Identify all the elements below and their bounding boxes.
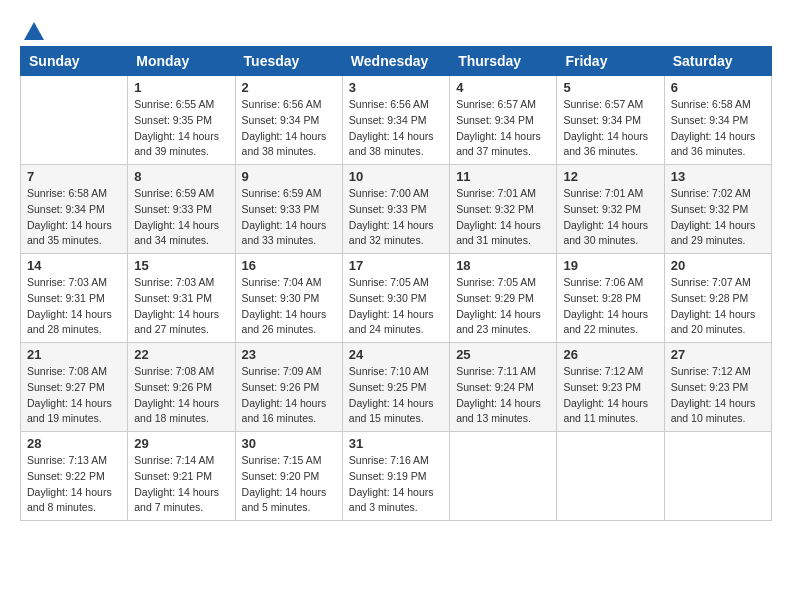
day-number: 12 [563, 169, 657, 184]
day-info: Sunrise: 7:14 AM Sunset: 9:21 PM Dayligh… [134, 453, 228, 516]
day-info: Sunrise: 7:16 AM Sunset: 9:19 PM Dayligh… [349, 453, 443, 516]
day-number: 1 [134, 80, 228, 95]
calendar-day-cell [664, 432, 771, 521]
calendar-day-cell: 25Sunrise: 7:11 AM Sunset: 9:24 PM Dayli… [450, 343, 557, 432]
day-number: 16 [242, 258, 336, 273]
calendar-day-cell [450, 432, 557, 521]
calendar-day-cell: 18Sunrise: 7:05 AM Sunset: 9:29 PM Dayli… [450, 254, 557, 343]
day-number: 11 [456, 169, 550, 184]
day-info: Sunrise: 7:00 AM Sunset: 9:33 PM Dayligh… [349, 186, 443, 249]
day-info: Sunrise: 6:56 AM Sunset: 9:34 PM Dayligh… [349, 97, 443, 160]
day-number: 6 [671, 80, 765, 95]
day-info: Sunrise: 6:57 AM Sunset: 9:34 PM Dayligh… [456, 97, 550, 160]
calendar-week-row: 7Sunrise: 6:58 AM Sunset: 9:34 PM Daylig… [21, 165, 772, 254]
day-number: 14 [27, 258, 121, 273]
calendar-day-cell: 21Sunrise: 7:08 AM Sunset: 9:27 PM Dayli… [21, 343, 128, 432]
calendar-week-row: 14Sunrise: 7:03 AM Sunset: 9:31 PM Dayli… [21, 254, 772, 343]
day-number: 15 [134, 258, 228, 273]
calendar-day-cell: 3Sunrise: 6:56 AM Sunset: 9:34 PM Daylig… [342, 76, 449, 165]
day-number: 29 [134, 436, 228, 451]
day-info: Sunrise: 7:01 AM Sunset: 9:32 PM Dayligh… [563, 186, 657, 249]
day-info: Sunrise: 6:59 AM Sunset: 9:33 PM Dayligh… [242, 186, 336, 249]
day-of-week-header: Friday [557, 47, 664, 76]
day-info: Sunrise: 7:15 AM Sunset: 9:20 PM Dayligh… [242, 453, 336, 516]
calendar-day-cell: 6Sunrise: 6:58 AM Sunset: 9:34 PM Daylig… [664, 76, 771, 165]
day-number: 20 [671, 258, 765, 273]
day-of-week-header: Saturday [664, 47, 771, 76]
calendar-day-cell: 29Sunrise: 7:14 AM Sunset: 9:21 PM Dayli… [128, 432, 235, 521]
day-info: Sunrise: 7:10 AM Sunset: 9:25 PM Dayligh… [349, 364, 443, 427]
calendar-day-cell: 22Sunrise: 7:08 AM Sunset: 9:26 PM Dayli… [128, 343, 235, 432]
day-number: 27 [671, 347, 765, 362]
calendar-day-cell: 9Sunrise: 6:59 AM Sunset: 9:33 PM Daylig… [235, 165, 342, 254]
calendar-header-row: SundayMondayTuesdayWednesdayThursdayFrid… [21, 47, 772, 76]
day-number: 28 [27, 436, 121, 451]
day-info: Sunrise: 7:13 AM Sunset: 9:22 PM Dayligh… [27, 453, 121, 516]
calendar-day-cell: 13Sunrise: 7:02 AM Sunset: 9:32 PM Dayli… [664, 165, 771, 254]
calendar-day-cell: 19Sunrise: 7:06 AM Sunset: 9:28 PM Dayli… [557, 254, 664, 343]
calendar-day-cell: 4Sunrise: 6:57 AM Sunset: 9:34 PM Daylig… [450, 76, 557, 165]
day-info: Sunrise: 7:08 AM Sunset: 9:27 PM Dayligh… [27, 364, 121, 427]
day-number: 22 [134, 347, 228, 362]
calendar-day-cell: 12Sunrise: 7:01 AM Sunset: 9:32 PM Dayli… [557, 165, 664, 254]
day-number: 2 [242, 80, 336, 95]
calendar-day-cell: 24Sunrise: 7:10 AM Sunset: 9:25 PM Dayli… [342, 343, 449, 432]
day-info: Sunrise: 7:09 AM Sunset: 9:26 PM Dayligh… [242, 364, 336, 427]
day-info: Sunrise: 7:07 AM Sunset: 9:28 PM Dayligh… [671, 275, 765, 338]
calendar-day-cell: 2Sunrise: 6:56 AM Sunset: 9:34 PM Daylig… [235, 76, 342, 165]
calendar-day-cell: 26Sunrise: 7:12 AM Sunset: 9:23 PM Dayli… [557, 343, 664, 432]
day-number: 26 [563, 347, 657, 362]
logo-icon [22, 20, 46, 44]
day-of-week-header: Wednesday [342, 47, 449, 76]
day-info: Sunrise: 6:56 AM Sunset: 9:34 PM Dayligh… [242, 97, 336, 160]
calendar-table: SundayMondayTuesdayWednesdayThursdayFrid… [20, 46, 772, 521]
day-number: 4 [456, 80, 550, 95]
calendar-day-cell: 30Sunrise: 7:15 AM Sunset: 9:20 PM Dayli… [235, 432, 342, 521]
calendar-day-cell [21, 76, 128, 165]
day-number: 21 [27, 347, 121, 362]
day-number: 30 [242, 436, 336, 451]
day-number: 23 [242, 347, 336, 362]
header [20, 20, 772, 36]
calendar-day-cell: 20Sunrise: 7:07 AM Sunset: 9:28 PM Dayli… [664, 254, 771, 343]
day-number: 13 [671, 169, 765, 184]
logo [20, 20, 48, 36]
day-info: Sunrise: 6:55 AM Sunset: 9:35 PM Dayligh… [134, 97, 228, 160]
calendar-day-cell: 27Sunrise: 7:12 AM Sunset: 9:23 PM Dayli… [664, 343, 771, 432]
day-of-week-header: Thursday [450, 47, 557, 76]
day-info: Sunrise: 7:02 AM Sunset: 9:32 PM Dayligh… [671, 186, 765, 249]
day-info: Sunrise: 6:59 AM Sunset: 9:33 PM Dayligh… [134, 186, 228, 249]
day-info: Sunrise: 6:58 AM Sunset: 9:34 PM Dayligh… [27, 186, 121, 249]
calendar-day-cell: 1Sunrise: 6:55 AM Sunset: 9:35 PM Daylig… [128, 76, 235, 165]
calendar-week-row: 28Sunrise: 7:13 AM Sunset: 9:22 PM Dayli… [21, 432, 772, 521]
calendar-week-row: 21Sunrise: 7:08 AM Sunset: 9:27 PM Dayli… [21, 343, 772, 432]
day-number: 24 [349, 347, 443, 362]
day-number: 18 [456, 258, 550, 273]
day-number: 17 [349, 258, 443, 273]
calendar-day-cell: 17Sunrise: 7:05 AM Sunset: 9:30 PM Dayli… [342, 254, 449, 343]
calendar-day-cell: 11Sunrise: 7:01 AM Sunset: 9:32 PM Dayli… [450, 165, 557, 254]
svg-marker-0 [24, 22, 44, 40]
day-info: Sunrise: 7:04 AM Sunset: 9:30 PM Dayligh… [242, 275, 336, 338]
day-info: Sunrise: 7:11 AM Sunset: 9:24 PM Dayligh… [456, 364, 550, 427]
day-number: 3 [349, 80, 443, 95]
day-info: Sunrise: 7:01 AM Sunset: 9:32 PM Dayligh… [456, 186, 550, 249]
calendar-day-cell: 5Sunrise: 6:57 AM Sunset: 9:34 PM Daylig… [557, 76, 664, 165]
day-info: Sunrise: 6:57 AM Sunset: 9:34 PM Dayligh… [563, 97, 657, 160]
day-number: 10 [349, 169, 443, 184]
calendar-day-cell: 14Sunrise: 7:03 AM Sunset: 9:31 PM Dayli… [21, 254, 128, 343]
day-number: 7 [27, 169, 121, 184]
day-info: Sunrise: 7:08 AM Sunset: 9:26 PM Dayligh… [134, 364, 228, 427]
day-info: Sunrise: 7:05 AM Sunset: 9:29 PM Dayligh… [456, 275, 550, 338]
calendar-day-cell: 28Sunrise: 7:13 AM Sunset: 9:22 PM Dayli… [21, 432, 128, 521]
day-info: Sunrise: 7:06 AM Sunset: 9:28 PM Dayligh… [563, 275, 657, 338]
calendar-day-cell: 31Sunrise: 7:16 AM Sunset: 9:19 PM Dayli… [342, 432, 449, 521]
day-number: 25 [456, 347, 550, 362]
day-number: 19 [563, 258, 657, 273]
day-info: Sunrise: 7:03 AM Sunset: 9:31 PM Dayligh… [134, 275, 228, 338]
day-number: 9 [242, 169, 336, 184]
calendar-day-cell: 8Sunrise: 6:59 AM Sunset: 9:33 PM Daylig… [128, 165, 235, 254]
day-info: Sunrise: 7:12 AM Sunset: 9:23 PM Dayligh… [563, 364, 657, 427]
day-info: Sunrise: 7:05 AM Sunset: 9:30 PM Dayligh… [349, 275, 443, 338]
calendar-day-cell [557, 432, 664, 521]
